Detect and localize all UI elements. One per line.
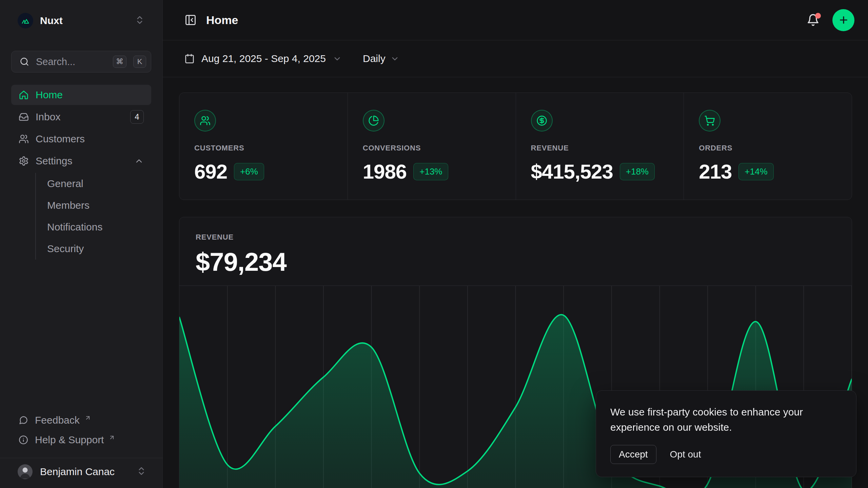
stat-orders[interactable]: ORDERS 213 +14%: [684, 93, 852, 200]
stats-row: CUSTOMERS 692 +6% CONVERSIONS 1986 +13%: [179, 93, 852, 200]
users-icon: [19, 134, 29, 144]
calendar-icon: [184, 54, 195, 64]
info-circle-icon: [19, 435, 28, 445]
search-input[interactable]: Search... ⌘ K: [11, 51, 151, 73]
sidebar-item-label: Inbox: [36, 111, 60, 123]
external-link-icon: [84, 412, 91, 424]
stat-label: REVENUE: [531, 144, 669, 152]
granularity-select[interactable]: Daily: [363, 53, 399, 64]
stat-label: ORDERS: [699, 144, 837, 152]
settings-sub-list: General Members Notifications Security: [35, 173, 151, 260]
home-icon: [19, 90, 29, 100]
chevrons-up-down-icon: [135, 15, 145, 26]
stat-customers[interactable]: CUSTOMERS 692 +6%: [179, 93, 348, 200]
chevron-down-icon: [333, 54, 342, 63]
sidebar-item-members[interactable]: Members: [36, 195, 151, 216]
sidebar-footer: Feedback Help & Support: [11, 410, 151, 458]
sidebar-user-section: Benjamin Canac: [0, 458, 162, 488]
cookie-message: We use first-party cookies to enhance yo…: [610, 404, 834, 435]
add-button[interactable]: [832, 9, 854, 31]
search-placeholder: Search...: [36, 56, 106, 67]
cart-icon: [699, 110, 721, 131]
feedback-label: Feedback: [35, 414, 80, 426]
chevron-up-icon: [134, 156, 144, 166]
notifications-button[interactable]: [807, 14, 820, 26]
message-bubble-icon: [19, 415, 28, 425]
avatar: [18, 464, 33, 479]
sidebar-item-security[interactable]: Security: [36, 238, 151, 260]
sidebar-item-settings[interactable]: Settings: [11, 151, 151, 171]
revenue-chart-total: $79,234: [196, 247, 835, 277]
help-support-label: Help & Support: [35, 434, 104, 446]
chevrons-up-down-icon: [136, 466, 146, 477]
sidebar-nav: Home Inbox 4 Customers: [11, 85, 151, 260]
stat-delta-badge: +18%: [620, 163, 655, 180]
notification-dot: [815, 13, 821, 19]
date-range-value: Aug 21, 2025 - Sep 4, 2025: [201, 53, 326, 64]
sidebar-item-inbox[interactable]: Inbox 4: [11, 107, 151, 127]
user-name: Benjamin Canac: [40, 466, 129, 477]
panel-left-close-icon: [184, 14, 197, 26]
org-name: Nuxt: [40, 15, 128, 26]
stat-delta-badge: +14%: [738, 163, 773, 180]
nuxt-logo: [18, 13, 33, 28]
filters-toolbar: Aug 21, 2025 - Sep 4, 2025 Daily: [163, 40, 868, 77]
collapse-sidebar-button[interactable]: [184, 14, 197, 26]
stat-revenue[interactable]: REVENUE $415,523 +18%: [516, 93, 684, 200]
external-link-icon: [108, 432, 115, 443]
stat-label: CONVERSIONS: [363, 144, 501, 152]
stat-delta-badge: +6%: [234, 163, 264, 180]
feedback-link[interactable]: Feedback: [11, 410, 151, 430]
kbd-k: K: [133, 56, 146, 68]
sidebar-item-customers[interactable]: Customers: [11, 129, 151, 149]
sidebar-item-label: Home: [36, 89, 63, 101]
stat-value: 692: [194, 160, 227, 183]
stat-delta-badge: +13%: [413, 163, 448, 180]
kbd-cmd: ⌘: [113, 56, 126, 68]
stat-label: CUSTOMERS: [194, 144, 333, 152]
sidebar: Nuxt Search... ⌘ K Home: [0, 0, 163, 488]
stat-value: $415,523: [531, 160, 613, 183]
stat-conversions[interactable]: CONVERSIONS 1986 +13%: [348, 93, 516, 200]
revenue-chart-label: REVENUE: [196, 233, 835, 242]
search-icon: [20, 57, 29, 66]
sidebar-item-label: Customers: [36, 133, 85, 145]
cookie-banner: We use first-party cookies to enhance yo…: [596, 390, 856, 477]
pie-chart-icon: [363, 110, 384, 131]
dollar-circle-icon: [531, 110, 553, 131]
accept-button[interactable]: Accept: [610, 445, 656, 464]
help-support-link[interactable]: Help & Support: [11, 430, 151, 450]
sidebar-item-label: Settings: [36, 155, 72, 167]
opt-out-button[interactable]: Opt out: [670, 449, 701, 460]
inbox-icon: [19, 112, 29, 122]
inbox-count-badge: 4: [130, 110, 144, 124]
plus-icon: [838, 15, 849, 25]
date-range-picker[interactable]: Aug 21, 2025 - Sep 4, 2025: [184, 53, 342, 64]
page-title: Home: [206, 14, 238, 27]
user-menu[interactable]: Benjamin Canac: [18, 464, 146, 479]
gear-icon: [19, 156, 29, 166]
granularity-value: Daily: [363, 53, 386, 64]
chevron-down-icon: [390, 54, 399, 63]
stat-value: 213: [699, 160, 732, 183]
org-switcher[interactable]: Nuxt: [11, 10, 151, 31]
stat-value: 1986: [363, 160, 407, 183]
sidebar-item-notifications[interactable]: Notifications: [36, 216, 151, 238]
users-icon: [194, 110, 216, 131]
sidebar-item-home[interactable]: Home: [11, 85, 151, 105]
page-header: Home: [163, 0, 868, 40]
sidebar-item-general[interactable]: General: [36, 173, 151, 195]
